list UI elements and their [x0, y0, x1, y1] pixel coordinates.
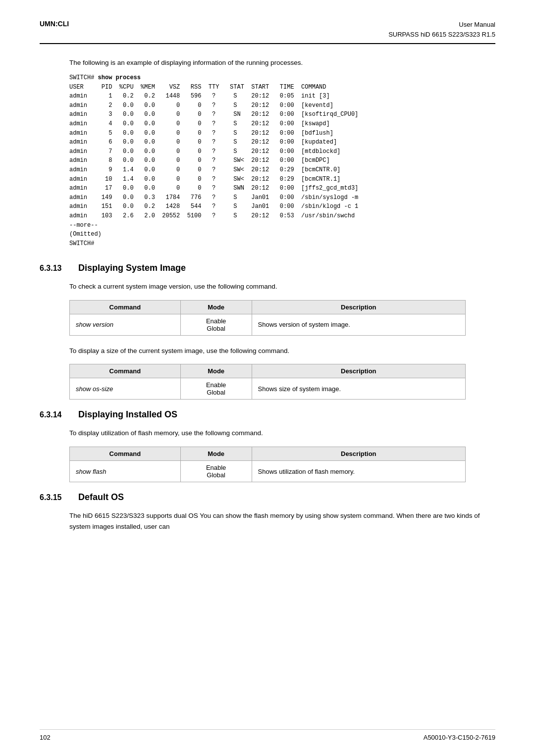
section-613-title: Displaying System Image [78, 263, 186, 273]
section-615-number: 6.3.15 [40, 493, 69, 502]
section-613: 6.3.13 Displaying System Image [40, 263, 495, 273]
section-613-number: 6.3.13 [40, 264, 69, 273]
section-614-number: 6.3.14 [40, 410, 69, 419]
desc-show-version: Shows version of system image. [252, 314, 465, 335]
col-command-2: Command [70, 364, 181, 378]
section-613-intro1: To check a current system image version,… [69, 281, 495, 292]
mode-show-os-size: EnableGlobal [180, 378, 252, 400]
col-mode-1: Mode [180, 300, 252, 314]
cmd-show-os-size: show os-size [70, 378, 181, 400]
section-615-title: Default OS [78, 492, 124, 503]
footer-doc-id: A50010-Y3-C150-2-7619 [424, 734, 495, 741]
header-right-line2: SURPASS hiD 6615 S223/S323 R1.5 [388, 30, 495, 40]
desc-show-flash: Shows utilization of flash memory. [252, 461, 465, 482]
mode-show-flash: EnableGlobal [180, 461, 252, 482]
table-row: show os-size EnableGlobal Shows size of … [70, 378, 466, 400]
section-615-body: The hiD 6615 S223/S323 supports dual OS … [69, 510, 495, 532]
col-mode-2: Mode [180, 364, 252, 378]
mode-show-version: EnableGlobal [180, 314, 252, 335]
cmd-show-version: show version [70, 314, 181, 335]
section-614: 6.3.14 Displaying Installed OS [40, 409, 495, 420]
header-left: UMN:CLI [40, 20, 69, 28]
table-show-os-size: Command Mode Description show os-size En… [69, 364, 466, 400]
col-command-1: Command [70, 300, 181, 314]
table-show-version: Command Mode Description show version En… [69, 300, 466, 336]
col-command-3: Command [70, 447, 181, 461]
col-desc-3: Description [252, 447, 465, 461]
table-show-flash: Command Mode Description show flash Enab… [69, 447, 466, 482]
table-row: show flash EnableGlobal Shows utilizatio… [70, 461, 466, 482]
footer-page-number: 102 [40, 734, 51, 741]
section-613-intro2: To display a size of the current system … [69, 346, 495, 356]
cmd-show-flash: show flash [70, 461, 181, 482]
section-614-intro: To display utilization of flash memory, … [69, 428, 495, 439]
col-mode-3: Mode [180, 447, 252, 461]
section-614-title: Displaying Installed OS [78, 409, 177, 420]
header-right-line1: User Manual [388, 20, 495, 30]
page-footer: 102 A50010-Y3-C150-2-7619 [40, 729, 495, 741]
col-desc-1: Description [252, 300, 465, 314]
header-right: User Manual SURPASS hiD 6615 S223/S323 R… [388, 20, 495, 39]
section-615: 6.3.15 Default OS [40, 492, 495, 503]
intro-process: The following is an example of displayin… [69, 59, 495, 66]
page-header: UMN:CLI User Manual SURPASS hiD 6615 S22… [40, 20, 495, 44]
desc-show-os-size: Shows size of system image. [252, 378, 465, 400]
code-block: SWITCH# show process USER PID %CPU %MEM … [69, 73, 495, 248]
col-desc-2: Description [252, 364, 465, 378]
table-row: show version EnableGlobal Shows version … [70, 314, 466, 335]
